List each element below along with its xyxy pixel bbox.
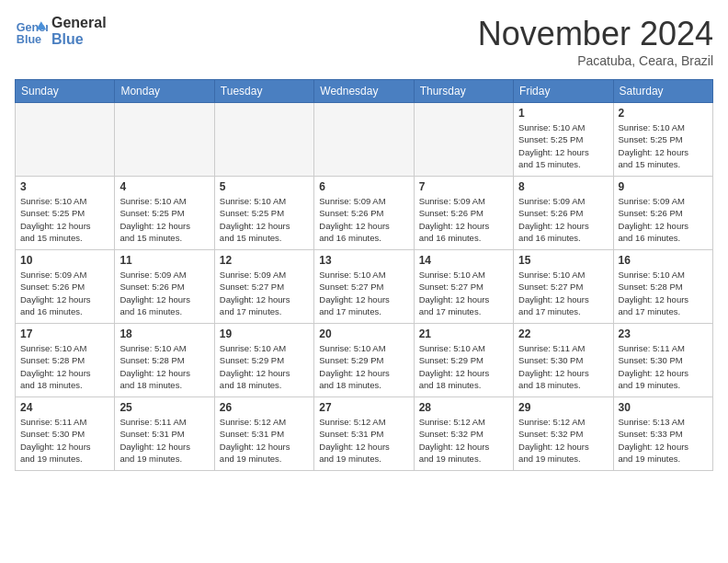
- calendar-day-cell: [414, 103, 513, 177]
- month-title: November 2024: [478, 15, 713, 53]
- day-number: 22: [518, 327, 608, 340]
- calendar-day-cell: [314, 103, 414, 177]
- day-number: 3: [20, 180, 109, 193]
- day-number: 14: [419, 254, 508, 267]
- calendar-day-cell: 17Sunrise: 5:10 AMSunset: 5:28 PMDayligh…: [16, 324, 115, 397]
- calendar-table: SundayMondayTuesdayWednesdayThursdayFrid…: [15, 79, 713, 471]
- calendar-week-row: 1Sunrise: 5:10 AMSunset: 5:25 PMDaylight…: [16, 103, 713, 177]
- day-number: 2: [619, 107, 708, 120]
- calendar-day-cell: 20Sunrise: 5:10 AMSunset: 5:29 PMDayligh…: [314, 324, 414, 397]
- day-info: Sunrise: 5:10 AMSunset: 5:28 PMDaylight:…: [20, 342, 109, 391]
- day-number: 28: [419, 401, 508, 414]
- calendar-day-header: Thursday: [414, 80, 513, 103]
- calendar-day-cell: 26Sunrise: 5:12 AMSunset: 5:31 PMDayligh…: [214, 397, 313, 471]
- page-header: General Blue General Blue November 2024 …: [15, 15, 713, 68]
- calendar-day-header: Sunday: [16, 80, 115, 103]
- day-info: Sunrise: 5:10 AMSunset: 5:27 PMDaylight:…: [518, 269, 608, 317]
- calendar-day-cell: 11Sunrise: 5:09 AMSunset: 5:26 PMDayligh…: [115, 250, 214, 324]
- calendar-day-cell: 27Sunrise: 5:12 AMSunset: 5:31 PMDayligh…: [314, 397, 414, 471]
- day-info: Sunrise: 5:10 AMSunset: 5:27 PMDaylight:…: [319, 269, 408, 317]
- day-number: 16: [619, 254, 708, 267]
- day-info: Sunrise: 5:11 AMSunset: 5:30 PMDaylight:…: [619, 342, 708, 391]
- day-info: Sunrise: 5:10 AMSunset: 5:29 PMDaylight:…: [220, 342, 309, 391]
- day-info: Sunrise: 5:10 AMSunset: 5:29 PMDaylight:…: [419, 342, 508, 391]
- day-number: 12: [220, 254, 309, 267]
- calendar-day-cell: 6Sunrise: 5:09 AMSunset: 5:26 PMDaylight…: [314, 177, 414, 250]
- day-info: Sunrise: 5:10 AMSunset: 5:25 PMDaylight:…: [20, 195, 109, 244]
- day-info: Sunrise: 5:10 AMSunset: 5:28 PMDaylight:…: [119, 342, 209, 391]
- calendar-day-cell: [16, 103, 115, 177]
- day-number: 13: [319, 254, 408, 267]
- calendar-day-cell: 19Sunrise: 5:10 AMSunset: 5:29 PMDayligh…: [214, 324, 313, 397]
- day-info: Sunrise: 5:11 AMSunset: 5:31 PMDaylight:…: [119, 416, 209, 465]
- calendar-day-cell: 23Sunrise: 5:11 AMSunset: 5:30 PMDayligh…: [613, 324, 712, 397]
- day-number: 20: [319, 327, 408, 340]
- calendar-day-cell: 29Sunrise: 5:12 AMSunset: 5:32 PMDayligh…: [514, 397, 613, 471]
- calendar-day-header: Saturday: [613, 80, 712, 103]
- calendar-day-cell: 18Sunrise: 5:10 AMSunset: 5:28 PMDayligh…: [115, 324, 214, 397]
- calendar-day-cell: 2Sunrise: 5:10 AMSunset: 5:25 PMDaylight…: [613, 103, 712, 177]
- day-info: Sunrise: 5:10 AMSunset: 5:27 PMDaylight:…: [419, 269, 508, 317]
- day-number: 29: [518, 401, 608, 414]
- day-number: 26: [220, 401, 309, 414]
- logo-line1: General: [51, 15, 107, 31]
- logo-icon: General Blue: [15, 15, 48, 48]
- calendar-day-cell: 30Sunrise: 5:13 AMSunset: 5:33 PMDayligh…: [613, 397, 712, 471]
- calendar-day-cell: 14Sunrise: 5:10 AMSunset: 5:27 PMDayligh…: [414, 250, 513, 324]
- day-info: Sunrise: 5:10 AMSunset: 5:25 PMDaylight:…: [518, 121, 608, 170]
- calendar-day-cell: 21Sunrise: 5:10 AMSunset: 5:29 PMDayligh…: [414, 324, 513, 397]
- calendar-day-cell: 25Sunrise: 5:11 AMSunset: 5:31 PMDayligh…: [115, 397, 214, 471]
- calendar-header-row: SundayMondayTuesdayWednesdayThursdayFrid…: [16, 80, 713, 103]
- day-info: Sunrise: 5:09 AMSunset: 5:27 PMDaylight:…: [220, 269, 309, 317]
- calendar-day-cell: 4Sunrise: 5:10 AMSunset: 5:25 PMDaylight…: [115, 177, 214, 250]
- day-number: 17: [20, 327, 109, 340]
- calendar-day-cell: 16Sunrise: 5:10 AMSunset: 5:28 PMDayligh…: [613, 250, 712, 324]
- calendar-day-cell: 3Sunrise: 5:10 AMSunset: 5:25 PMDaylight…: [16, 177, 115, 250]
- calendar-day-header: Friday: [514, 80, 613, 103]
- calendar-day-cell: [214, 103, 313, 177]
- svg-text:Blue: Blue: [17, 33, 41, 46]
- day-info: Sunrise: 5:09 AMSunset: 5:26 PMDaylight:…: [419, 195, 508, 244]
- day-number: 27: [319, 401, 408, 414]
- calendar-day-cell: 13Sunrise: 5:10 AMSunset: 5:27 PMDayligh…: [314, 250, 414, 324]
- logo-line2: Blue: [51, 31, 107, 48]
- day-number: 9: [619, 180, 708, 193]
- calendar-day-cell: 7Sunrise: 5:09 AMSunset: 5:26 PMDaylight…: [414, 177, 513, 250]
- calendar-day-header: Tuesday: [214, 80, 313, 103]
- day-number: 7: [419, 180, 508, 193]
- day-info: Sunrise: 5:10 AMSunset: 5:25 PMDaylight:…: [119, 195, 209, 244]
- title-block: November 2024 Pacatuba, Ceara, Brazil: [478, 15, 713, 68]
- calendar-day-cell: 10Sunrise: 5:09 AMSunset: 5:26 PMDayligh…: [16, 250, 115, 324]
- calendar-day-header: Wednesday: [314, 80, 414, 103]
- calendar-day-header: Monday: [115, 80, 214, 103]
- calendar-day-cell: 22Sunrise: 5:11 AMSunset: 5:30 PMDayligh…: [514, 324, 613, 397]
- day-number: 30: [619, 401, 708, 414]
- day-info: Sunrise: 5:10 AMSunset: 5:25 PMDaylight:…: [619, 121, 708, 170]
- day-number: 15: [518, 254, 608, 267]
- day-info: Sunrise: 5:10 AMSunset: 5:29 PMDaylight:…: [319, 342, 408, 391]
- day-info: Sunrise: 5:11 AMSunset: 5:30 PMDaylight:…: [20, 416, 109, 465]
- day-number: 24: [20, 401, 109, 414]
- day-info: Sunrise: 5:09 AMSunset: 5:26 PMDaylight:…: [119, 269, 209, 317]
- day-info: Sunrise: 5:09 AMSunset: 5:26 PMDaylight:…: [319, 195, 408, 244]
- day-number: 18: [119, 327, 209, 340]
- day-info: Sunrise: 5:11 AMSunset: 5:30 PMDaylight:…: [518, 342, 608, 391]
- day-info: Sunrise: 5:12 AMSunset: 5:31 PMDaylight:…: [319, 416, 408, 465]
- calendar-day-cell: 5Sunrise: 5:10 AMSunset: 5:25 PMDaylight…: [214, 177, 313, 250]
- calendar-week-row: 3Sunrise: 5:10 AMSunset: 5:25 PMDaylight…: [16, 177, 713, 250]
- day-number: 4: [119, 180, 209, 193]
- calendar-day-cell: 15Sunrise: 5:10 AMSunset: 5:27 PMDayligh…: [514, 250, 613, 324]
- calendar-day-cell: [115, 103, 214, 177]
- day-info: Sunrise: 5:09 AMSunset: 5:26 PMDaylight:…: [619, 195, 708, 244]
- day-info: Sunrise: 5:09 AMSunset: 5:26 PMDaylight:…: [518, 195, 608, 244]
- day-number: 8: [518, 180, 608, 193]
- day-info: Sunrise: 5:12 AMSunset: 5:32 PMDaylight:…: [419, 416, 508, 465]
- calendar-day-cell: 12Sunrise: 5:09 AMSunset: 5:27 PMDayligh…: [214, 250, 313, 324]
- day-number: 21: [419, 327, 508, 340]
- calendar-day-cell: 28Sunrise: 5:12 AMSunset: 5:32 PMDayligh…: [414, 397, 513, 471]
- calendar-day-cell: 1Sunrise: 5:10 AMSunset: 5:25 PMDaylight…: [514, 103, 613, 177]
- day-info: Sunrise: 5:12 AMSunset: 5:32 PMDaylight:…: [518, 416, 608, 465]
- day-number: 11: [119, 254, 209, 267]
- calendar-week-row: 10Sunrise: 5:09 AMSunset: 5:26 PMDayligh…: [16, 250, 713, 324]
- day-info: Sunrise: 5:09 AMSunset: 5:26 PMDaylight:…: [20, 269, 109, 317]
